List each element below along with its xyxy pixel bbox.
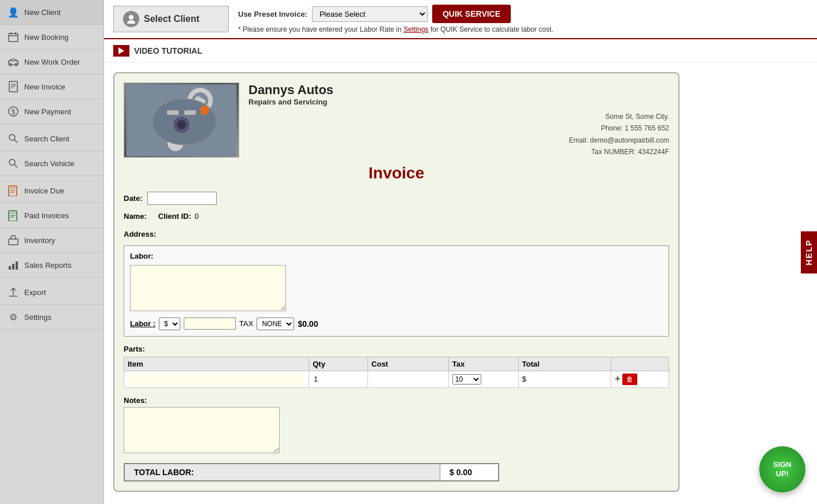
main-content: Select Client Use Preset Invoice: Please… [104,0,817,504]
search-client-icon [7,132,20,145]
total-labor-value: $ 0.00 [440,464,498,480]
video-icon [113,45,129,57]
client-id-field: Client ID: 0 [158,212,199,221]
invoice-icon [7,80,20,93]
date-input[interactable] [147,192,217,205]
sidebar-item-export[interactable]: Export [0,280,103,305]
quik-service-button[interactable]: QUIK SERVICE [432,5,511,23]
preset-invoice-select[interactable]: Please Select [312,6,428,22]
invoice-due-icon [7,184,20,197]
paid-invoices-icon [7,209,20,222]
svg-rect-22 [10,212,16,214]
payment-icon: $ [7,105,20,118]
part-item-input[interactable] [128,374,305,384]
labor-amount-input[interactable] [184,318,236,330]
labor-currency-select[interactable]: $ [159,318,180,330]
company-phone: Phone: 1 555 765 652 [248,122,669,134]
company-header: Dannys Autos Repairs and Servicing Some … [124,83,669,158]
settings-link[interactable]: Settings [403,25,428,33]
sidebar-label-new-booking: New Booking [24,33,69,42]
part-cost-input[interactable] [372,374,406,384]
svg-line-14 [14,140,17,143]
video-tutorial-link[interactable]: VIDEO TUTORIAL [134,46,202,55]
labor-section-title: Labor: [130,252,663,260]
sidebar-label-search-client: Search Client [24,135,69,143]
svg-point-31 [129,15,133,20]
sidebar-item-invoice-due[interactable]: Invoice Due [0,178,103,203]
delete-part-button[interactable]: 🗑 [622,374,637,385]
part-qty-input[interactable] [313,374,336,384]
signup-button[interactable]: SIGNUP! [759,446,805,492]
address-label: Address: [124,230,156,238]
part-total-input[interactable] [528,374,563,384]
labor-tax-select[interactable]: NONE 10 20 [257,318,294,330]
parts-table: Item Qty Cost Tax Total [124,357,669,388]
svg-rect-25 [9,239,18,245]
preset-area: Use Preset Invoice: Please Select QUIK S… [238,5,554,33]
sidebar-item-paid-invoices[interactable]: Paid Invoices [0,203,103,228]
svg-text:$: $ [12,108,16,116]
company-tax: Tax NUMBER: 4342244F [248,146,669,158]
company-email: Email: demo@autorepairbill.com [248,135,669,146]
sidebar-item-search-vehicle[interactable]: Search Vehicle [0,151,103,176]
date-label: Date: [124,194,143,203]
sidebar: 👤 New Client New Booking New Work Order … [0,0,104,504]
name-label: Name: [124,212,147,221]
svg-point-40 [177,120,186,129]
sidebar-label-export: Export [24,288,46,297]
labor-section: Labor: Labor : $ TAX NONE 10 20 $0.00 [124,245,669,337]
company-logo [124,83,239,158]
sidebar-label-settings: Settings [24,313,51,322]
labor-total: $0.00 [298,319,318,328]
client-info: Name: Client ID: 0 [124,212,669,221]
settings-note: * Please ensure you have entered your La… [238,25,554,33]
booking-icon [7,31,20,43]
sidebar-item-new-payment[interactable]: $ New Payment [0,99,103,124]
sidebar-item-new-work-order[interactable]: New Work Order [0,50,103,74]
parts-col-qty: Qty [309,357,368,371]
parts-col-actions [611,357,669,371]
settings-icon: ⚙ [7,311,20,323]
sidebar-item-new-booking[interactable]: New Booking [0,25,103,50]
sidebar-item-inventory[interactable]: Inventory [0,228,103,253]
company-details: Some St, Some City. Phone: 1 555 765 652… [248,111,669,158]
notes-section: Notes: [124,396,669,455]
invoice-card: Dannys Autos Repairs and Servicing Some … [113,72,679,492]
svg-rect-27 [12,264,14,270]
parts-col-cost: Cost [367,357,448,371]
svg-rect-38 [184,110,196,115]
part-total-cell: $ [518,371,611,387]
preset-label: Use Preset Invoice: [238,10,307,18]
help-tab[interactable]: HELP [801,231,817,273]
sidebar-label-sales-reports: Sales Reports [24,261,72,270]
sidebar-item-new-client[interactable]: 👤 New Client [0,0,103,25]
date-row: Date: [124,192,669,205]
name-field: Name: [124,212,147,221]
add-client-icon: 👤 [7,6,20,18]
sales-reports-icon [7,259,20,271]
sidebar-item-sales-reports[interactable]: Sales Reports [0,253,103,278]
sidebar-item-settings[interactable]: ⚙ Settings [0,305,103,330]
labor-footer: Labor : $ TAX NONE 10 20 $0.00 [130,318,663,330]
svg-rect-37 [167,110,179,115]
parts-col-total: Total [518,357,611,371]
part-qty-cell [309,371,368,387]
parts-col-tax: Tax [448,357,518,371]
labor-textarea[interactable] [130,265,286,311]
invoice-title: Invoice [124,164,669,182]
sidebar-item-new-invoice[interactable]: New Invoice [0,74,103,99]
select-client-button[interactable]: Select Client [113,6,229,32]
address-row: Address: [124,230,669,238]
part-tax-select[interactable]: 10 0 NONE [452,374,481,384]
inventory-icon [7,234,20,247]
svg-rect-26 [9,266,11,270]
sidebar-item-search-client[interactable]: Search Client [0,126,103,151]
notes-textarea[interactable] [124,407,280,453]
svg-rect-18 [10,187,16,189]
company-tagline: Repairs and Servicing [248,98,669,106]
sidebar-label-new-invoice: New Invoice [24,83,65,91]
company-info: Dannys Autos Repairs and Servicing Some … [248,83,669,158]
part-tax-cell: 10 0 NONE [448,371,518,387]
add-part-button[interactable]: + [615,374,620,384]
export-icon [7,286,20,298]
